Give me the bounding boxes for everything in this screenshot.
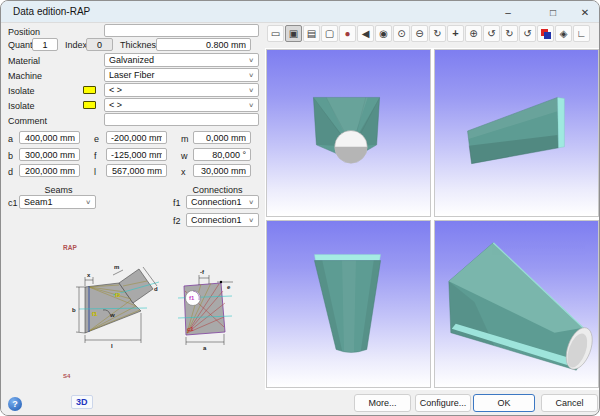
dim-w-label: w bbox=[181, 151, 188, 161]
diagram-w-label: w bbox=[109, 312, 115, 318]
close-button[interactable]: ✕ bbox=[570, 1, 600, 23]
isolate1-value: < > bbox=[109, 85, 122, 95]
isolate1-label: Isolate bbox=[8, 86, 35, 96]
dim-f-label: f bbox=[94, 151, 97, 161]
maximize-icon: □ bbox=[550, 7, 556, 18]
copy-view-icon[interactable]: ▤ bbox=[303, 25, 320, 42]
minimize-button[interactable]: – bbox=[493, 1, 523, 23]
cancel-button[interactable]: Cancel bbox=[541, 394, 598, 412]
more-button[interactable]: More... bbox=[354, 394, 411, 412]
material-dropdown[interactable]: Galvanized ∨ bbox=[104, 53, 259, 67]
configure-button[interactable]: Configure... bbox=[415, 394, 471, 412]
diagram-f2-label: f2 bbox=[115, 292, 121, 298]
titlebar[interactable]: Data edition-RAP – □ ✕ bbox=[1, 1, 599, 23]
diagram-right-figure: f1 c1 -f e a bbox=[178, 269, 233, 351]
view-direction-icon[interactable]: ◀ bbox=[357, 25, 374, 42]
machine-label: Machine bbox=[8, 71, 42, 81]
ok-button[interactable]: OK bbox=[473, 394, 535, 412]
thickness-label: Thickness bbox=[120, 40, 161, 50]
rotate-z-icon[interactable]: ↺ bbox=[519, 25, 536, 42]
zoom-region-icon[interactable]: ▢ bbox=[321, 25, 338, 42]
viewport-perspective-view[interactable] bbox=[434, 220, 599, 388]
connection-f1-dropdown[interactable]: Connection1 ∨ bbox=[186, 195, 259, 209]
diagram-l-label: l bbox=[111, 343, 113, 349]
zoom-out-icon[interactable]: ⊖ bbox=[411, 25, 428, 42]
help-icon: ? bbox=[12, 399, 18, 409]
view-panel: ▭ ▣ ▤ ▢ ● ◀ ◉ ⊙ ⊖ ↻ + ⊕ ↺ ↻ ↺ ◈ ∟ bbox=[263, 23, 600, 391]
chevron-down-icon: ∨ bbox=[248, 57, 254, 63]
index-label: Index bbox=[65, 40, 87, 50]
shaded-sphere-icon[interactable]: ● bbox=[339, 25, 356, 42]
chevron-down-icon: ∨ bbox=[248, 87, 254, 93]
dim-d-label: d bbox=[8, 167, 13, 177]
dim-a-input[interactable] bbox=[19, 131, 80, 144]
minimize-icon: – bbox=[505, 7, 511, 18]
diagram-b-label: b bbox=[72, 307, 76, 313]
view-mode-3d-button[interactable]: 3D bbox=[71, 395, 93, 409]
pan-icon[interactable]: + bbox=[447, 25, 464, 42]
comment-label: Comment bbox=[8, 116, 47, 126]
maximize-button[interactable]: □ bbox=[538, 1, 568, 23]
material-value: Galvanized bbox=[109, 55, 154, 65]
dim-e-label: e bbox=[94, 134, 99, 144]
help-button[interactable]: ? bbox=[8, 397, 22, 411]
connection-f1-value: Connection1 bbox=[191, 197, 242, 207]
position-input[interactable] bbox=[104, 24, 259, 37]
dim-b-label: b bbox=[8, 151, 13, 161]
diagram-x-label: x bbox=[87, 272, 91, 278]
dim-e-input[interactable] bbox=[106, 131, 167, 144]
render-icon[interactable]: ◈ bbox=[555, 25, 572, 42]
close-icon: ✕ bbox=[581, 7, 589, 18]
rotate-x-icon[interactable]: ↺ bbox=[483, 25, 500, 42]
diagram-station-code: S4 bbox=[63, 373, 71, 379]
viewport-side-view[interactable] bbox=[434, 49, 599, 217]
chevron-down-icon: ∨ bbox=[248, 217, 254, 223]
diagram-a-label: a bbox=[203, 345, 207, 351]
c1-label: c1 bbox=[8, 198, 18, 208]
axes-icon[interactable]: ∟ bbox=[573, 25, 590, 42]
dim-a-label: a bbox=[8, 134, 13, 144]
seam-c1-dropdown[interactable]: Seam1 ∨ bbox=[19, 195, 96, 209]
zoom-extents-icon[interactable]: ⊕ bbox=[465, 25, 482, 42]
dim-f-input[interactable] bbox=[106, 148, 167, 161]
connection-f2-dropdown[interactable]: Connection1 ∨ bbox=[186, 213, 259, 227]
dim-m-input[interactable] bbox=[193, 131, 251, 144]
viewport-grid bbox=[265, 48, 599, 390]
quantity-input[interactable] bbox=[32, 38, 58, 51]
zoom-window-icon[interactable]: ⊙ bbox=[393, 25, 410, 42]
position-label: Position bbox=[8, 27, 40, 37]
dim-l-input[interactable] bbox=[106, 164, 167, 177]
connections-header: Connections bbox=[176, 185, 259, 195]
diagram-m-label: m bbox=[114, 264, 119, 270]
wireframe-view-icon[interactable]: ▭ bbox=[267, 25, 284, 42]
dim-x-input[interactable] bbox=[193, 164, 251, 177]
f2-label: f2 bbox=[173, 216, 181, 226]
zoom-icon[interactable]: ◉ bbox=[375, 25, 392, 42]
viewport-front-view[interactable] bbox=[266, 49, 431, 217]
isolate1-dropdown[interactable]: < > ∨ bbox=[104, 83, 259, 97]
viewport-top-view[interactable] bbox=[266, 220, 431, 388]
index-field bbox=[86, 38, 113, 51]
dim-w-input[interactable] bbox=[193, 148, 251, 161]
refresh-icon[interactable]: ↻ bbox=[429, 25, 446, 42]
thickness-input[interactable] bbox=[156, 38, 251, 51]
dim-b-input[interactable] bbox=[19, 148, 80, 161]
solid-view-icon[interactable]: ▣ bbox=[285, 25, 302, 42]
color-mode-icon[interactable] bbox=[537, 25, 554, 42]
isolate2-value: < > bbox=[109, 100, 122, 110]
machine-dropdown[interactable]: Laser Fiber ∨ bbox=[104, 68, 259, 82]
rotate-y-icon[interactable]: ↻ bbox=[501, 25, 518, 42]
chevron-down-icon: ∨ bbox=[248, 72, 254, 78]
diagram-e-label: e bbox=[227, 284, 231, 290]
flat-pattern-diagram: RAP S4 f1 f2 w bbox=[51, 239, 261, 395]
comment-input[interactable] bbox=[104, 113, 259, 126]
isolate2-dropdown[interactable]: < > ∨ bbox=[104, 98, 259, 112]
isolate2-color-swatch[interactable] bbox=[83, 101, 96, 109]
window-title: Data edition-RAP bbox=[13, 6, 90, 17]
diagram-d-label: d bbox=[154, 286, 158, 292]
chevron-down-icon: ∨ bbox=[248, 102, 254, 108]
diagram-c1-label: c1 bbox=[187, 326, 194, 332]
dim-d-input[interactable] bbox=[19, 164, 80, 177]
isolate1-color-swatch[interactable] bbox=[83, 86, 96, 94]
diagram-left-figure: f1 f2 w x m d b l bbox=[72, 264, 159, 349]
